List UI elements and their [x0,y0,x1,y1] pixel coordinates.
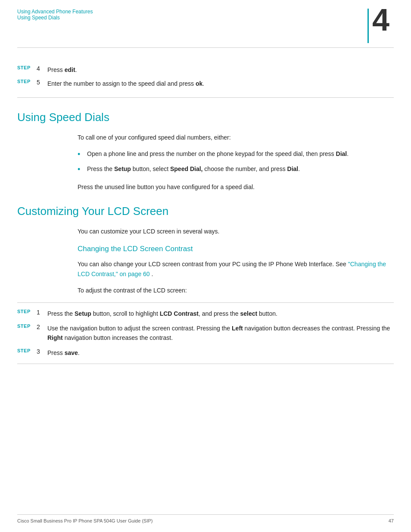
bullet-item-2: • Press the Setup button, select Speed D… [78,164,394,175]
speed-dials-bullets: • Open a phone line and press the number… [78,149,394,175]
lcd-step-label-1: STEP [17,309,37,314]
bullet-dot-1: • [78,149,83,160]
lcd-body-3: To adjust the contrast of the LCD screen… [78,286,394,295]
lcd-steps-container: STEP 1 Press the Setup button, scroll to… [17,302,394,364]
lcd-body: You can customize your LCD screen in sev… [78,227,394,296]
lcd-body-text-1: You can also change your LCD screen cont… [78,261,346,268]
speed-dials-intro: To call one of your configured speed dia… [78,133,394,142]
speed-dials-body: To call one of your configured speed dia… [78,133,394,192]
lcd-subsection-title: Changing the LCD Screen Contrast [78,245,394,253]
breadcrumb-sub: Using Speed Dials [17,15,93,21]
speed-dials-title: Using Speed Dials [17,111,394,124]
header: Using Advanced Phone Features Using Spee… [0,0,411,43]
step-num-5: 5 [37,79,47,86]
lcd-step-text-2: Use the navigation button to adjust the … [47,324,394,343]
step-row-5: STEP 5 Enter the number to assign to the… [17,79,394,88]
step-num-4: 4 [37,65,47,72]
lcd-step-num-1: 1 [37,309,47,316]
lcd-title: Customizing Your LCD Screen [17,205,394,218]
lcd-body-text-2: . [152,271,153,277]
chapter-number-wrapper: 4 [367,9,394,43]
footer-left: Cisco Small Business Pro IP Phone SPA 50… [17,518,153,523]
lcd-step-row-2: STEP 2 Use the navigation button to adju… [17,324,394,343]
lcd-step-row-1: STEP 1 Press the Setup button, scroll to… [17,309,394,318]
lcd-step-text-3: Press save. [47,348,394,358]
speed-dials-outro: Press the unused line button you have co… [78,182,394,192]
lcd-step-label-2: STEP [17,324,37,329]
content: STEP 4 Press edit. STEP 5 Enter the numb… [0,48,411,364]
lcd-steps-divider-bottom [17,364,394,364]
lcd-section: Customizing Your LCD Screen You can cust… [17,205,394,364]
breadcrumb: Using Advanced Phone Features Using Spee… [17,9,93,21]
chapter-number: 4 [372,4,394,35]
bullet-item-1: • Open a phone line and press the number… [78,149,394,160]
lcd-intro: You can customize your LCD screen in sev… [78,227,394,236]
step-text-4: Press edit. [47,65,394,75]
bullet-text-1: Open a phone line and press the number o… [87,149,394,159]
lcd-step-num-3: 3 [37,348,47,355]
speed-dials-section: Using Speed Dials To call one of your co… [17,111,394,192]
initial-steps-section: STEP 4 Press edit. STEP 5 Enter the numb… [17,65,394,98]
step-label-4: STEP [17,65,37,70]
step-row-4: STEP 4 Press edit. [17,65,394,75]
bullet-text-2: Press the Setup button, select Speed Dia… [87,164,394,174]
footer: Cisco Small Business Pro IP Phone SPA 50… [17,514,394,523]
step-label-5: STEP [17,79,37,84]
lcd-step-row-3: STEP 3 Press save. [17,348,394,358]
lcd-step-label-3: STEP [17,348,37,353]
lcd-subsection-body: You can also change your LCD screen cont… [78,259,394,279]
bullet-dot-2: • [78,164,83,175]
steps-divider [17,97,394,98]
step-text-5: Enter the number to assign to the speed … [47,79,394,88]
footer-page: 47 [389,518,394,523]
breadcrumb-top: Using Advanced Phone Features [17,9,93,15]
lcd-step-text-1: Press the Setup button, scroll to highli… [47,309,394,318]
page-container: Using Advanced Phone Features Using Spee… [0,0,411,532]
lcd-step-num-2: 2 [37,324,47,330]
lcd-steps-divider-top [17,302,394,303]
